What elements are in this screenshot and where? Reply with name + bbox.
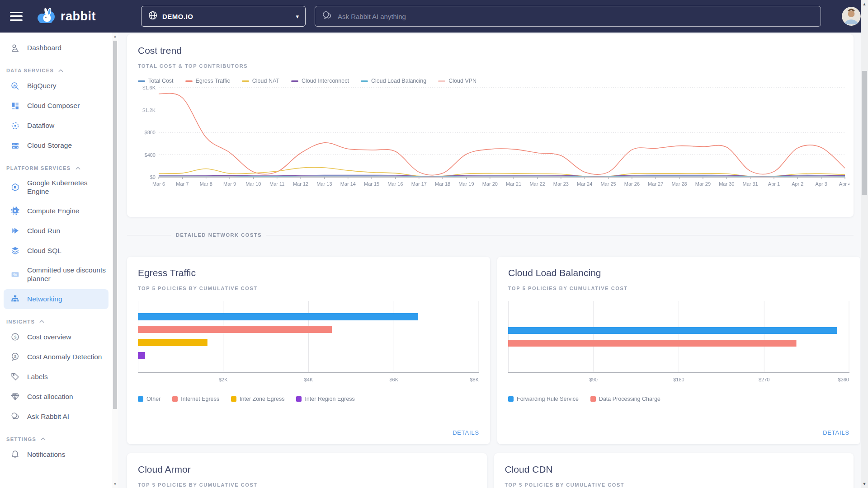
svg-text:Mar 9: Mar 9	[223, 181, 236, 187]
legend-item[interactable]: Cloud NAT	[242, 78, 279, 84]
sidebar-item-dataflow[interactable]: Dataflow	[0, 116, 112, 136]
sidebar-section-insights[interactable]: INSIGHTS	[0, 314, 112, 327]
svg-text:Mar 27: Mar 27	[648, 181, 663, 187]
ask-ai-searchbox[interactable]	[315, 6, 821, 27]
sidebar-item-gke[interactable]: Google Kubernetes Engine	[0, 174, 112, 201]
ask-ai-input[interactable]	[337, 12, 814, 21]
svg-text:$1.2K: $1.2K	[142, 108, 156, 113]
svg-text:Apr 4: Apr 4	[839, 181, 849, 187]
legend-item[interactable]: Data Processing Charge	[590, 396, 660, 402]
page-scrollbar[interactable]: ▲ ▼	[861, 0, 868, 488]
user-avatar[interactable]	[842, 7, 861, 26]
sidebar-section-platform-services[interactable]: PLATFORM SERVICES	[0, 161, 112, 174]
legend-label: Data Processing Charge	[599, 396, 660, 402]
compute-engine-icon	[10, 206, 20, 216]
scroll-down-icon[interactable]: ▼	[112, 482, 118, 486]
sidebar-item-label: Cloud Composer	[27, 101, 80, 110]
scroll-up-icon[interactable]: ▲	[861, 2, 868, 6]
legend-label: Inter Region Egress	[305, 396, 354, 402]
legend-item[interactable]: Total Cost	[138, 78, 174, 84]
sidebar-item-ask-rabbit-ai[interactable]: Ask Rabbit AI	[0, 407, 112, 427]
discounts-planner-icon: %	[10, 269, 20, 279]
brand-logo[interactable]: rabbit	[36, 7, 96, 25]
egress-traffic-card: Egress Traffic TOP 5 POLICIES BY CUMULAT…	[127, 257, 490, 444]
svg-text:Mar 10: Mar 10	[245, 181, 261, 187]
svg-text:Mar 6: Mar 6	[152, 181, 165, 187]
sidebar-item-cost-allocation[interactable]: Cost allocation	[0, 387, 112, 407]
svg-text:$8K: $8K	[470, 377, 479, 382]
cloud-armor-card: Cloud Armor TOP 5 POLICIES BY CUMULATIVE…	[127, 453, 487, 488]
sidebar-item-cost-anomaly[interactable]: $ Cost Anomaly Detection	[0, 347, 112, 367]
svg-text:$4K: $4K	[304, 377, 313, 382]
legend-swatch	[185, 80, 193, 82]
svg-text:Mar 8: Mar 8	[200, 181, 212, 187]
sidebar-scrollbar[interactable]: ▲ ▼	[112, 33, 118, 488]
section-header-label: DATA SERVICES	[6, 68, 54, 73]
sidebar-item-labels[interactable]: Labels	[0, 367, 112, 387]
sidebar-item-cloud-sql[interactable]: Cloud SQL	[0, 241, 112, 261]
sidebar-item-label: Cloud Run	[27, 226, 60, 235]
legend-item[interactable]: Inter Zone Egress	[231, 396, 284, 402]
project-selector[interactable]: DEMO.IO ▾	[141, 6, 306, 27]
svg-text:$2K: $2K	[219, 377, 228, 382]
legend-swatch	[296, 396, 302, 402]
sidebar-item-notifications[interactable]: Notifications	[0, 445, 112, 465]
details-link[interactable]: DETAILS	[823, 429, 849, 436]
page-scrollbar-thumb[interactable]	[862, 71, 867, 195]
legend-item[interactable]: Forwarding Rule Service	[508, 396, 579, 402]
details-link[interactable]: DETAILS	[453, 429, 479, 436]
legend-label: Other	[146, 396, 160, 402]
sidebar-item-cloud-storage[interactable]: Cloud Storage	[0, 136, 112, 155]
card-subtitle: TOP 5 POLICIES BY CUMULATIVE COST	[508, 286, 849, 291]
sidebar-item-label: Cost overview	[27, 333, 71, 341]
hamburger-menu-icon[interactable]	[10, 12, 23, 21]
legend-item[interactable]: Cloud Load Balancing	[361, 78, 426, 84]
legend-item[interactable]: Other	[138, 396, 160, 402]
sidebar-item-cud-planner[interactable]: % Committed use discounts planner	[0, 261, 112, 288]
sidebar-item-label: Dataflow	[27, 121, 54, 130]
scroll-down-icon[interactable]: ▼	[861, 482, 868, 486]
svg-text:$: $	[14, 354, 16, 359]
svg-text:$90: $90	[590, 377, 598, 382]
svg-text:Mar 28: Mar 28	[671, 181, 687, 187]
sidebar-item-label: Compute Engine	[27, 206, 79, 215]
dollar-circle-icon: $	[10, 332, 20, 342]
sidebar-item-compute-engine[interactable]: Compute Engine	[0, 201, 112, 221]
svg-text:Mar 23: Mar 23	[553, 181, 569, 187]
cloud-cdn-card: Cloud CDN TOP 5 POLICIES BY CUMULATIVE C…	[494, 453, 854, 488]
legend-item[interactable]: Internet Egress	[172, 396, 219, 402]
svg-text:Mar 22: Mar 22	[529, 181, 545, 187]
cost-trend-card: Cost trend TOTAL COST & TOP CONTRIBUTORS…	[127, 34, 854, 217]
bigquery-icon	[10, 81, 20, 91]
legend-label: Total Cost	[148, 78, 174, 84]
dataflow-icon	[10, 121, 20, 131]
sidebar-item-bigquery[interactable]: BigQuery	[0, 76, 112, 96]
svg-text:Mar 17: Mar 17	[411, 181, 427, 187]
legend-item[interactable]: Cloud VPN	[438, 78, 476, 84]
sidebar-section-data-services[interactable]: DATA SERVICES	[0, 63, 112, 76]
card-title: Cost trend	[138, 45, 843, 56]
sidebar-item-networking[interactable]: Networking	[4, 289, 108, 309]
svg-text:Mar 11: Mar 11	[269, 181, 284, 187]
legend-label: Cloud Interconnect	[302, 78, 349, 84]
section-header-label: PLATFORM SERVICES	[6, 165, 71, 171]
sidebar-item-label: Notifications	[27, 450, 65, 459]
sidebar-item-cloud-composer[interactable]: Cloud Composer	[0, 96, 112, 116]
sidebar-item-dashboard[interactable]: Dashboard	[0, 38, 112, 58]
sidebar-item-label: Committed use discounts planner	[27, 266, 108, 283]
sidebar-item-cost-overview[interactable]: $ Cost overview	[0, 327, 112, 347]
scroll-up-icon[interactable]: ▲	[112, 34, 118, 38]
sidebar-scrollbar-thumb[interactable]	[113, 41, 117, 409]
legend-item[interactable]: Inter Region Egress	[296, 396, 354, 402]
legend-item[interactable]: Egress Traffic	[185, 78, 230, 84]
legend-label: Egress Traffic	[196, 78, 230, 84]
legend-swatch	[231, 396, 236, 402]
svg-text:Mar 24: Mar 24	[577, 181, 592, 187]
sidebar-item-cloud-run[interactable]: Cloud Run	[0, 221, 112, 241]
cloud-run-icon	[10, 226, 20, 236]
legend-item[interactable]: Cloud Interconnect	[291, 78, 349, 84]
legend-swatch	[590, 396, 596, 402]
divider-label: DETAILED NETWORK COSTS	[171, 232, 266, 238]
sidebar-section-settings[interactable]: SETTINGS	[0, 432, 112, 445]
sidebar-item-label: Cost Anomaly Detection	[27, 352, 102, 361]
